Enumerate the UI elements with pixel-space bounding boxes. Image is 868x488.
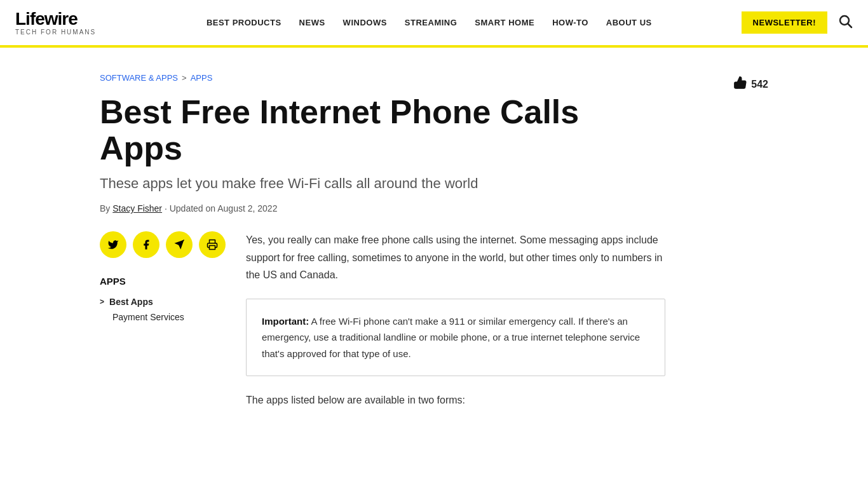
sidebar-item-label: Best Apps xyxy=(109,297,153,307)
svg-rect-4 xyxy=(210,246,215,250)
nav-item-about-us[interactable]: ABOUT US xyxy=(606,18,652,27)
left-sidebar: APPS > Best Apps Payment Services xyxy=(100,231,226,325)
twitter-share-button[interactable] xyxy=(100,231,126,258)
breadcrumb-current[interactable]: APPS xyxy=(191,73,213,83)
main-nav: BEST PRODUCTSNEWSWINDOWSSTREAMINGSMART H… xyxy=(117,18,742,27)
sidebar-section-label: APPS xyxy=(100,276,226,287)
nav-item-how-to[interactable]: HOW-TO xyxy=(552,18,588,27)
important-body: A free Wi-Fi phone can't make a 911 or s… xyxy=(262,316,640,359)
author-link[interactable]: Stacy Fisher xyxy=(112,203,162,214)
important-text: Important: A free Wi-Fi phone can't make… xyxy=(262,313,649,362)
like-area[interactable]: 542 xyxy=(733,76,768,93)
article-title: Best Free Internet Phone Calls Apps xyxy=(100,94,659,166)
article-subtitle: These apps let you make free Wi-Fi calls… xyxy=(100,175,646,192)
meta-by: By xyxy=(100,203,110,214)
breadcrumb-parent[interactable]: SOFTWARE & APPS xyxy=(100,73,178,83)
search-icon[interactable] xyxy=(837,13,853,32)
social-icons xyxy=(100,231,226,258)
important-label: Important: xyxy=(262,316,309,327)
like-icon xyxy=(733,76,747,93)
header-right: NEWSLETTER! xyxy=(742,11,853,34)
breadcrumb: SOFTWARE & APPS > APPS xyxy=(100,73,733,83)
svg-line-1 xyxy=(848,24,852,28)
print-button[interactable] xyxy=(199,231,226,258)
telegram-share-button[interactable] xyxy=(166,231,193,258)
breadcrumb-separator: > xyxy=(182,73,187,83)
facebook-share-button[interactable] xyxy=(133,231,159,258)
intro-text: Yes, you really can make free phone call… xyxy=(246,231,665,283)
logo[interactable]: Lifewire TECH FOR HUMANS xyxy=(15,10,117,36)
sidebar-item-payment-services[interactable]: Payment Services xyxy=(100,309,226,325)
nav-item-windows[interactable]: WINDOWS xyxy=(343,18,387,27)
nav-item-streaming[interactable]: STREAMING xyxy=(405,18,458,27)
svg-marker-3 xyxy=(175,240,184,250)
meta-updated: Updated on August 2, 2022 xyxy=(170,203,278,214)
site-header: Lifewire TECH FOR HUMANS BEST PRODUCTSNE… xyxy=(0,0,868,48)
article-meta: By Stacy Fisher · Updated on August 2, 2… xyxy=(100,203,768,214)
important-box: Important: A free Wi-Fi phone can't make… xyxy=(246,299,665,377)
chevron-icon: > xyxy=(100,297,104,306)
content-area: APPS > Best Apps Payment Services Yes, y… xyxy=(100,231,768,409)
apps-note: The apps listed below are available in t… xyxy=(246,391,665,409)
nav-item-best-products[interactable]: BEST PRODUCTS xyxy=(207,18,281,27)
like-count: 542 xyxy=(751,79,768,90)
meta-dot: · xyxy=(165,203,167,214)
newsletter-button[interactable]: NEWSLETTER! xyxy=(742,11,827,34)
logo-tagline: TECH FOR HUMANS xyxy=(15,29,117,36)
nav-item-smart-home[interactable]: SMART HOME xyxy=(475,18,534,27)
sidebar-item-best-apps[interactable]: > Best Apps xyxy=(100,294,226,309)
main-content: 542 SOFTWARE & APPS > APPS Best Free Int… xyxy=(85,48,783,435)
article-body: Yes, you really can make free phone call… xyxy=(246,231,665,409)
nav-item-news[interactable]: NEWS xyxy=(299,18,325,27)
sidebar-subitem-label: Payment Services xyxy=(112,312,184,322)
logo-name: Lifewire xyxy=(15,10,117,28)
